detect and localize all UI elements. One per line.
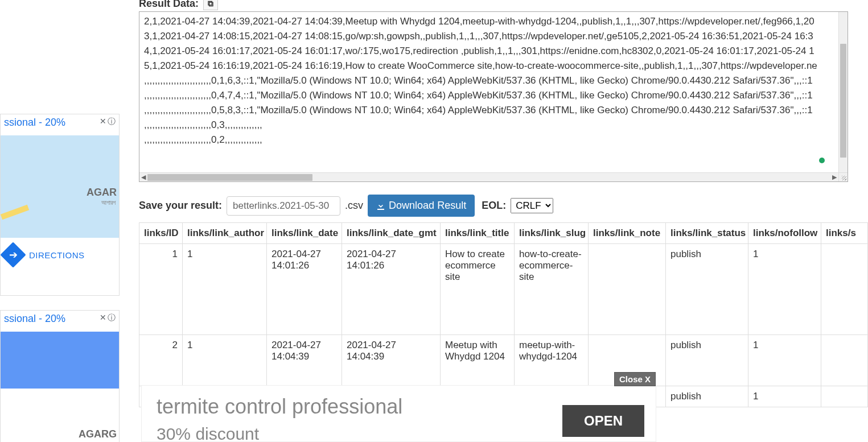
download-icon xyxy=(376,201,385,210)
ad-open-button[interactable]: OPEN xyxy=(562,405,644,437)
result-text[interactable]: 2,1,2021-04-27 14:04:39,2021-04-27 14:04… xyxy=(139,12,848,150)
filename-input[interactable] xyxy=(227,196,340,216)
horizontal-scrollbar[interactable]: ◀ ▶ xyxy=(139,172,838,181)
table-cell: 2021-04-27 14:01:26 xyxy=(267,244,342,335)
sidebar-ad-1[interactable]: ssional - 20% ✕ ⓘ AGAR আগারগ DIRECTIONS xyxy=(0,114,120,296)
scroll-left-icon[interactable]: ◀ xyxy=(139,174,147,181)
th-author: links/link_author xyxy=(183,223,267,244)
th-s: links/s xyxy=(821,223,868,244)
directions-text: DIRECTIONS xyxy=(29,250,85,260)
ad-title: ssional - 20% xyxy=(4,313,65,325)
result-textarea[interactable]: 2,1,2021-04-27 14:04:39,2021-04-27 14:04… xyxy=(139,11,848,182)
scroll-right-icon[interactable]: ▶ xyxy=(830,174,838,181)
grammarly-dot-icon[interactable] xyxy=(819,158,825,163)
table-cell: how-to-create-ecommerce-site xyxy=(515,244,589,335)
th-nofollow: links/nofollow xyxy=(748,223,821,244)
th-date: links/link_date xyxy=(267,223,342,244)
table-cell: 1 xyxy=(748,244,821,335)
table-cell: 2021-04-27 14:04:39 xyxy=(342,335,441,386)
ad-close-icon[interactable]: ✕ xyxy=(100,117,106,127)
table-cell: Meetup with Whydgd 1204 xyxy=(441,335,515,386)
ad-title: ssional - 20% xyxy=(4,117,65,129)
main-content: Result Data: ⧉ 2,1,2021-04-27 14:04:39,2… xyxy=(139,0,868,442)
result-table: links/ID links/link_author links/link_da… xyxy=(139,222,868,407)
download-label: Download Result xyxy=(389,200,466,212)
left-sidebar: ssional - 20% ✕ ⓘ AGAR আগারগ DIRECTIONS … xyxy=(0,0,120,442)
table-cell: 1 xyxy=(139,244,183,335)
resize-handle-icon[interactable] xyxy=(838,172,848,181)
table-header-row: links/ID links/link_author links/link_da… xyxy=(139,223,868,244)
directions-icon xyxy=(0,242,26,267)
ad-map: AGAR আগারগ xyxy=(1,135,119,238)
result-data-label: Result Data: xyxy=(139,0,199,10)
ad-map-label: AGAR xyxy=(87,187,117,199)
download-button[interactable]: Download Result xyxy=(368,195,475,217)
th-slug: links/link_slug xyxy=(515,223,589,244)
table-cell: 1 xyxy=(183,335,267,386)
ad-map-label: AGARG xyxy=(79,428,117,440)
vertical-scrollbar[interactable] xyxy=(838,12,848,172)
ad-map xyxy=(1,332,119,389)
eol-label: EOL: xyxy=(482,200,506,212)
table-cell: publish xyxy=(666,335,748,386)
ad-close-icon[interactable]: ✕ xyxy=(100,313,106,323)
th-dategmt: links/link_date_gmt xyxy=(342,223,441,244)
save-label: Save your result: xyxy=(139,200,222,212)
table-cell xyxy=(821,335,868,386)
ad-close-button[interactable]: Close X xyxy=(614,372,656,386)
table-cell: 2021-04-27 14:01:26 xyxy=(342,244,441,335)
sidebar-ad-2[interactable]: ssional - 20% ✕ ⓘ AGARG xyxy=(0,310,120,442)
eol-select[interactable]: CRLFLFCR xyxy=(511,198,553,213)
ad-subline: 30% discount xyxy=(157,424,259,442)
copy-button[interactable]: ⧉ xyxy=(203,0,218,10)
th-note: links/link_note xyxy=(589,223,666,244)
table-cell xyxy=(589,244,666,335)
table-cell xyxy=(821,244,868,335)
table-cell: 2021-04-27 14:04:39 xyxy=(267,335,342,386)
ad-info-icon[interactable]: ⓘ xyxy=(108,117,116,127)
file-ext-label: .csv xyxy=(345,200,363,212)
ad-map-sublabel: আগারগ xyxy=(101,199,116,206)
table-cell: 1 xyxy=(748,335,821,386)
ad-headline: termite control professional xyxy=(157,395,402,419)
ad-directions-link[interactable]: DIRECTIONS xyxy=(1,238,119,272)
table-cell: meetup-with-whydgd-1204 xyxy=(515,335,589,386)
table-row: 212021-04-27 14:04:392021-04-27 14:04:39… xyxy=(139,335,868,386)
table-row: 112021-04-27 14:01:262021-04-27 14:01:26… xyxy=(139,244,868,335)
table-cell: How to create ecommerce site xyxy=(441,244,515,335)
ad-info-icon[interactable]: ⓘ xyxy=(108,313,116,323)
table-cell: 2 xyxy=(139,335,183,386)
th-title: links/link_title xyxy=(441,223,515,244)
bottom-banner-ad[interactable]: Close X termite control professional 30%… xyxy=(141,385,656,442)
table-cell: publish xyxy=(666,386,748,407)
th-status: links/link_status xyxy=(666,223,748,244)
table-cell xyxy=(821,386,868,407)
table-cell: publish xyxy=(666,244,748,335)
th-id: links/ID xyxy=(139,223,183,244)
table-cell: 1 xyxy=(183,244,267,335)
table-cell: 1 xyxy=(748,386,821,407)
